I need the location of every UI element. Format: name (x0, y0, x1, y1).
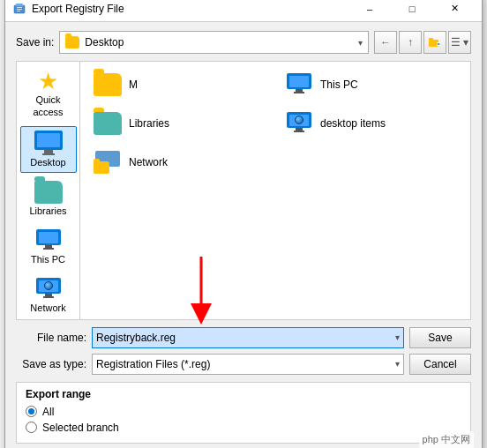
svg-rect-4 (17, 11, 20, 11)
window-controls: – □ ✕ (349, 0, 475, 22)
radio-selected-branch[interactable] (26, 422, 37, 433)
export-range-title: Export range (26, 388, 461, 400)
filename-value: Registryback.reg (96, 332, 395, 344)
dialog-title: Export Registry File (32, 3, 349, 15)
sidebar-label-quick-access: Quick access (23, 94, 74, 117)
saveastype-select[interactable]: Registration Files (*.reg) ▾ (92, 354, 404, 375)
sidebar-label-network: Network (30, 302, 65, 314)
saveastype-value: Registration Files (*.reg) (96, 358, 395, 370)
file-label-libraries: Libraries (129, 117, 169, 130)
left-nav-panel: ★ Quick access Desktop (16, 61, 79, 319)
libraries-folder-icon (34, 181, 63, 204)
sidebar-item-this-pc[interactable]: This PC (20, 225, 77, 270)
folder-icon (65, 36, 79, 49)
new-folder-button[interactable] (423, 31, 446, 54)
file-browser: M This PC Libraries (79, 61, 471, 319)
file-item-m[interactable]: M (87, 69, 272, 101)
sidebar-label-desktop: Desktop (30, 157, 65, 168)
nav-buttons: ← ↑ ☰ ▾ (374, 31, 471, 54)
svg-rect-9 (438, 44, 440, 45)
savein-dropdown-arrow: ▾ (358, 38, 363, 48)
svg-rect-1 (16, 4, 23, 6)
sidebar-item-quick-access[interactable]: ★ Quick access (20, 65, 77, 122)
maximize-button[interactable]: □ (392, 0, 432, 22)
savein-combobox[interactable]: Desktop ▾ (59, 31, 369, 54)
dialog-body: Save in: Desktop ▾ ← ↑ (5, 22, 482, 448)
desktop-items-icon (94, 151, 122, 174)
file-label-m: M (129, 78, 138, 91)
radio-selected-row: Selected branch (26, 422, 461, 434)
file-item-desktop-items[interactable]: Network (87, 146, 272, 178)
network-file-icon (285, 112, 313, 135)
back-button[interactable]: ← (374, 31, 397, 54)
savein-label: Save in: (16, 36, 54, 49)
file-item-network[interactable]: desktop items (279, 108, 463, 139)
export-registry-dialog: Export Registry File – □ ✕ Save in: Desk… (4, 0, 483, 448)
watermark: php 中文网 (419, 431, 474, 448)
file-label-this-pc: This PC (320, 78, 358, 91)
cancel-button[interactable]: Cancel (409, 354, 471, 375)
main-area: ★ Quick access Desktop (16, 61, 471, 319)
close-button[interactable]: ✕ (434, 0, 475, 22)
radio-all-label: All (42, 406, 54, 418)
up-button[interactable]: ↑ (399, 31, 422, 54)
radio-selected-label: Selected branch (42, 422, 119, 434)
saveastype-row: Save as type: Registration Files (*.reg)… (16, 354, 471, 375)
views-button[interactable]: ☰ ▾ (448, 31, 471, 54)
title-bar: Export Registry File – □ ✕ (5, 0, 482, 22)
filename-row: File name: Registryback.reg ▾ Save (16, 327, 471, 348)
file-item-this-pc[interactable]: This PC (279, 69, 463, 101)
export-range-section: Export range All Selected branch (16, 382, 471, 444)
registry-icon (12, 2, 26, 16)
filename-label: File name: (16, 332, 86, 344)
radio-all-row: All (26, 406, 461, 418)
minimize-button[interactable]: – (349, 0, 390, 22)
filename-input[interactable]: Registryback.reg ▾ (92, 327, 404, 348)
save-button[interactable]: Save (409, 327, 471, 348)
sidebar-item-desktop[interactable]: Desktop (20, 126, 77, 173)
folder-icon-libraries (94, 112, 122, 135)
file-label-network: desktop items (320, 117, 386, 130)
network-icon (34, 278, 63, 301)
folder-icon-m (94, 73, 122, 96)
file-item-libraries[interactable]: Libraries (87, 108, 272, 139)
star-icon: ★ (38, 70, 58, 93)
saveastype-dropdown-arrow: ▾ (395, 359, 400, 369)
filename-dropdown-arrow: ▾ (395, 332, 400, 342)
radio-all[interactable] (26, 406, 37, 417)
sidebar-label-this-pc: This PC (31, 254, 65, 265)
this-pc-icon (34, 229, 63, 252)
desktop-icon (34, 131, 63, 155)
svg-rect-2 (17, 7, 22, 8)
sidebar-item-network[interactable]: Network (20, 273, 77, 318)
saveastype-label: Save as type: (16, 358, 86, 370)
sidebar-item-libraries[interactable]: Libraries (20, 176, 77, 221)
this-pc-file-icon (285, 73, 313, 96)
sidebar-label-libraries: Libraries (29, 205, 66, 217)
svg-rect-6 (429, 38, 433, 41)
savein-row: Save in: Desktop ▾ ← ↑ (16, 31, 471, 54)
file-label-desktop-items: Network (129, 156, 168, 168)
savein-value: Desktop (85, 36, 353, 49)
svg-rect-3 (17, 9, 22, 10)
